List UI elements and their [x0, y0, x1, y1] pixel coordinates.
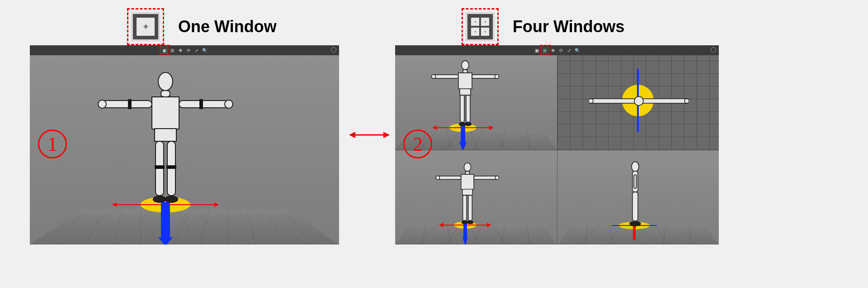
svg-point-22 — [459, 123, 466, 126]
viewport-toolbar: ▣ ⊞ ✥ ⟳ ⤢ 🔍 — [395, 45, 719, 55]
swap-arrow-icon — [349, 130, 390, 140]
four-windows-label: Four Windows — [513, 17, 625, 36]
svg-point-5 — [225, 100, 233, 108]
one-window-label: One Window — [178, 17, 277, 36]
svg-rect-16 — [434, 75, 458, 78]
svg-point-14 — [462, 61, 469, 70]
svg-rect-34 — [463, 195, 467, 221]
svg-point-26 — [589, 99, 593, 103]
svg-rect-1 — [161, 91, 170, 97]
svg-point-27 — [684, 99, 689, 103]
svg-rect-6 — [128, 100, 131, 109]
mannequin-tpose — [429, 161, 506, 229]
viewport-panel-one: ▣ ⊞ ✥ ⟳ ⤢ 🔍 — [30, 45, 339, 245]
tool-rotate-button[interactable]: ⟳ — [558, 47, 564, 53]
svg-rect-15 — [463, 70, 467, 73]
svg-rect-40 — [634, 175, 637, 188]
four-window-icon-callout — [462, 8, 499, 45]
svg-rect-20 — [460, 95, 464, 122]
svg-point-19 — [495, 75, 499, 79]
one-window-layout-icon — [131, 12, 160, 41]
one-window-icon-callout — [127, 8, 164, 45]
tool-rotate-button[interactable]: ⟳ — [185, 47, 192, 53]
panel-id-2: 2 — [403, 130, 432, 158]
svg-rect-17 — [472, 75, 497, 78]
viewport-panel-four: ▣ ⊞ ✥ ⟳ ⤢ 🔍 — [395, 45, 719, 245]
svg-point-28 — [464, 163, 471, 172]
floor-grid — [30, 210, 339, 245]
svg-marker-44 — [349, 132, 355, 138]
svg-point-32 — [436, 176, 439, 179]
viewport-perspective[interactable] — [30, 55, 339, 245]
fullscreen-button[interactable] — [711, 47, 716, 53]
tool-zoom-button[interactable]: 🔍 — [202, 47, 208, 53]
svg-point-33 — [495, 176, 499, 179]
four-window-layout-icon — [466, 12, 495, 41]
svg-point-38 — [632, 162, 639, 172]
svg-point-23 — [465, 123, 472, 126]
svg-rect-2 — [102, 101, 152, 108]
svg-point-11 — [165, 196, 178, 202]
tool-zoom-button[interactable]: 🔍 — [574, 47, 580, 53]
svg-point-18 — [432, 75, 436, 79]
layout-four-button[interactable]: ⊞ — [169, 47, 175, 53]
viewport-front[interactable] — [395, 150, 557, 245]
svg-rect-41 — [632, 192, 638, 221]
viewport-toolbar: ▣ ⊞ ✥ ⟳ ⤢ 🔍 — [30, 45, 339, 55]
svg-rect-29 — [465, 172, 469, 175]
layout-one-button[interactable]: ▣ — [533, 47, 540, 53]
svg-point-42 — [630, 221, 641, 226]
svg-point-0 — [158, 72, 173, 91]
svg-rect-30 — [438, 176, 461, 180]
svg-rect-31 — [474, 176, 497, 180]
layout-one-button[interactable]: ▣ — [161, 47, 167, 53]
layout-four-button[interactable]: ⊞ — [542, 47, 548, 53]
fullscreen-button[interactable] — [331, 47, 336, 53]
svg-marker-45 — [383, 132, 390, 138]
tool-scale-button[interactable]: ⤢ — [193, 47, 200, 53]
mannequin-tpose — [89, 69, 242, 214]
panel-id-1: 1 — [38, 130, 67, 158]
svg-rect-21 — [466, 95, 470, 122]
svg-point-37 — [467, 221, 473, 224]
svg-point-25 — [634, 96, 643, 106]
viewport-side[interactable] — [557, 150, 719, 245]
tool-scale-button[interactable]: ⤢ — [566, 47, 572, 53]
mannequin-tpose — [422, 59, 508, 131]
svg-point-36 — [462, 221, 467, 224]
viewport-top[interactable] — [557, 55, 719, 150]
mannequin-top — [589, 94, 689, 108]
tool-move-button[interactable]: ✥ — [550, 47, 556, 53]
mannequin-side — [626, 161, 644, 229]
svg-rect-13 — [167, 166, 176, 168]
svg-point-10 — [153, 196, 166, 202]
svg-rect-3 — [179, 101, 229, 108]
svg-rect-35 — [468, 195, 472, 221]
tool-move-button[interactable]: ✥ — [177, 47, 184, 53]
svg-rect-12 — [155, 166, 164, 168]
svg-point-4 — [98, 100, 106, 108]
svg-rect-7 — [200, 100, 203, 109]
